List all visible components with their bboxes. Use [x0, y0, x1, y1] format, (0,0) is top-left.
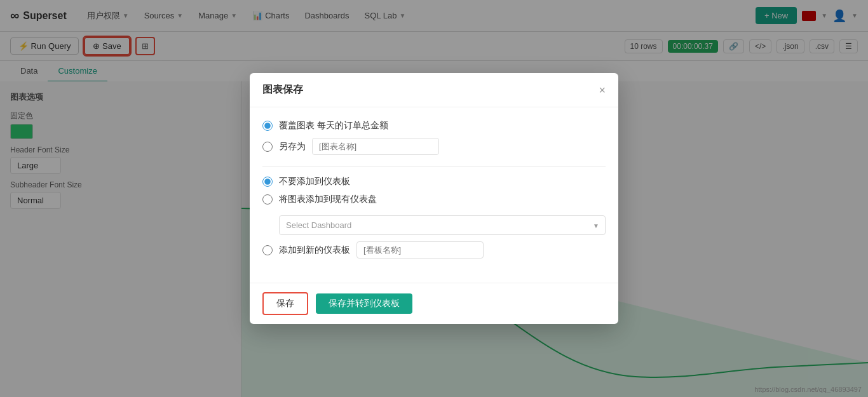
noadd-radio[interactable] — [262, 177, 273, 187]
overwrite-row: 覆盖图表 每天的订单总金额 — [262, 120, 606, 131]
overwrite-label: 覆盖图表 每天的订单总金额 — [279, 120, 388, 131]
chart-name-input[interactable] — [312, 138, 439, 155]
saveas-label: 另存为 — [279, 141, 306, 152]
modal-save-goto-button[interactable]: 保存并转到仪表板 — [316, 293, 412, 314]
modal-title: 图表保存 — [262, 83, 303, 97]
modal-footer: 保存 保存并转到仪表板 — [250, 283, 618, 324]
addexisting-row: 将图表添加到现有仪表盘 — [262, 194, 606, 205]
modal-close-button[interactable]: × — [599, 84, 606, 96]
overwrite-radio[interactable] — [262, 121, 273, 131]
saveas-radio[interactable] — [262, 142, 273, 152]
addexisting-label: 将图表添加到现有仪表盘 — [279, 194, 377, 205]
dashboard-select-wrap: Select Dashboard — [279, 215, 606, 235]
dashboard-group: 不要添加到仪表板 将图表添加到现有仪表盘 Select Dashboard 添加… — [262, 176, 606, 259]
dashboard-select[interactable]: Select Dashboard — [279, 215, 606, 235]
addnew-row: 添加到新的仪表板 — [262, 241, 606, 259]
modal-save-button[interactable]: 保存 — [262, 292, 308, 315]
dashboard-name-input[interactable] — [356, 241, 484, 259]
addnew-radio[interactable] — [262, 245, 273, 255]
addexisting-radio[interactable] — [262, 194, 273, 205]
modal-overlay: 图表保存 × 覆盖图表 每天的订单总金额 另存为 — [0, 0, 868, 397]
divider-1 — [262, 166, 606, 167]
save-mode-group: 覆盖图表 每天的订单总金额 另存为 — [262, 120, 606, 155]
addnew-label: 添加到新的仪表板 — [279, 245, 350, 256]
noadd-label: 不要添加到仪表板 — [279, 176, 350, 187]
modal-body: 覆盖图表 每天的订单总金额 另存为 不要添加到仪表板 将图表添加到现有仪表盘 — [250, 107, 618, 283]
modal-header: 图表保存 × — [250, 73, 618, 107]
noadd-row: 不要添加到仪表板 — [262, 176, 606, 187]
saveas-row: 另存为 — [262, 138, 606, 155]
save-chart-modal: 图表保存 × 覆盖图表 每天的订单总金额 另存为 — [250, 73, 618, 324]
